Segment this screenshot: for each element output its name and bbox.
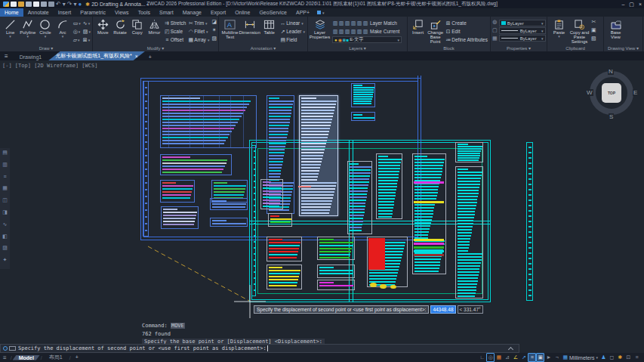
document-tab[interactable]: 光标卡顿测试图纸1_有版权风险*× bbox=[48, 51, 145, 60]
file-tabs-menu-icon[interactable]: ≡ bbox=[0, 53, 13, 60]
region-button[interactable]: ▱▾ bbox=[73, 36, 81, 44]
offset-button[interactable]: ≡Offset bbox=[164, 36, 186, 44]
minimize-button[interactable]: – bbox=[621, 2, 624, 8]
table-button[interactable]: Table bbox=[260, 18, 279, 35]
layer-properties-button[interactable]: Layer Properties bbox=[310, 18, 330, 39]
linear-button[interactable]: ↔Linear▾ bbox=[279, 19, 305, 27]
undo-icon[interactable]: ↶ bbox=[56, 2, 61, 7]
ortho-icon[interactable]: ⊿ bbox=[503, 354, 511, 361]
compass-e[interactable]: E bbox=[633, 89, 638, 96]
palette-tool-icon[interactable]: ▥ bbox=[2, 162, 8, 174]
fillet-button[interactable]: ◠Fillet▾ bbox=[187, 27, 209, 36]
brush-icon[interactable]: ▨ bbox=[211, 36, 217, 44]
viewport-controls[interactable]: [-] [Top] [2D Wireframe] [WCS] bbox=[2, 63, 97, 69]
paste-button[interactable]: Paste▾ bbox=[549, 18, 569, 38]
layer-state-icon[interactable]: ▥ bbox=[350, 29, 356, 35]
tool-palette-strip[interactable]: ▤▥≡▦◫◨∿◧▨✦ bbox=[0, 148, 10, 269]
layer-state-icon[interactable]: ▥ bbox=[362, 20, 368, 26]
tab-parametric[interactable]: Parametric bbox=[75, 8, 110, 17]
redo-icon[interactable]: ↷ bbox=[67, 2, 72, 7]
esnap-icon[interactable]: ▣ bbox=[536, 353, 544, 362]
erase-icon[interactable]: ◪ bbox=[211, 19, 217, 27]
tab-annotate[interactable]: Annotate bbox=[23, 8, 54, 17]
layer-thaw-icon[interactable]: ◉ bbox=[338, 37, 342, 42]
layer-state-icon[interactable]: ▥ bbox=[344, 29, 350, 35]
tab-app+[interactable]: APP+ bbox=[291, 8, 314, 17]
cursor-icon[interactable]: ► bbox=[544, 354, 553, 361]
polar-icon[interactable]: ∠ bbox=[511, 354, 519, 361]
save-icon[interactable] bbox=[26, 2, 32, 7]
create-button[interactable]: ⊞Create bbox=[445, 19, 488, 27]
brush2-icon[interactable]: ▧ bbox=[591, 36, 596, 44]
base-view-button[interactable]: Base View bbox=[605, 18, 626, 39]
layout-tab-model[interactable]: Model bbox=[13, 355, 40, 360]
lineweight-dropdown[interactable]: ByLayer▾ bbox=[499, 35, 546, 42]
layer-on-icon[interactable]: ● bbox=[334, 38, 337, 42]
revision-cloud-button[interactable]: ∿▾ bbox=[83, 19, 91, 27]
palette-tool-icon[interactable]: ≡ bbox=[3, 174, 6, 186]
command-cycle-icon[interactable] bbox=[3, 346, 8, 351]
layer-state-icon[interactable]: ▥ bbox=[338, 29, 344, 35]
drawing-canvas[interactable]: [-] [Top] [2D Wireframe] [WCS] ▤▥≡▦◫◨∿◧▨… bbox=[0, 60, 644, 345]
tab-manage[interactable]: Manage bbox=[178, 8, 206, 17]
redo-arrow-icon[interactable]: ▾ bbox=[73, 2, 76, 7]
layer-dropdown[interactable]: ●◉◙■E-文字▾ bbox=[332, 36, 402, 43]
layer-state-icon[interactable]: ▥ bbox=[356, 29, 362, 35]
palette-tool-icon[interactable]: ∿ bbox=[3, 221, 8, 234]
settings-gear-icon[interactable]: ✱ bbox=[616, 354, 624, 361]
layer-state-icon[interactable]: ▥ bbox=[332, 29, 338, 35]
change-base-point-button[interactable]: Change Base Point bbox=[427, 18, 444, 44]
dimension-button[interactable]: Dimension bbox=[239, 18, 260, 35]
field-button[interactable]: ▤Field bbox=[279, 36, 305, 44]
palette-tool-icon[interactable]: ▤ bbox=[2, 150, 8, 162]
command-expand-chevron-icon[interactable] bbox=[508, 347, 513, 352]
mirror-button[interactable]: Mirror bbox=[146, 18, 163, 35]
palette-tool-icon[interactable]: ◫ bbox=[2, 197, 8, 209]
new-drawing-tab-button[interactable]: + bbox=[145, 54, 156, 60]
panel-label[interactable]: Drawing View ▾ bbox=[604, 45, 642, 51]
panel-label[interactable]: Block bbox=[408, 46, 490, 51]
record-icon[interactable]: ● bbox=[78, 2, 82, 7]
panel-label[interactable]: Layers ▾ bbox=[308, 45, 407, 51]
maximize-button[interactable]: ▢ bbox=[629, 2, 634, 8]
document-tab[interactable]: Drawing1 bbox=[13, 54, 49, 60]
cut-icon[interactable]: ✂ bbox=[591, 19, 596, 27]
dynamic-input-value[interactable]: 44348.48 bbox=[430, 305, 455, 314]
panel-label[interactable]: Modify ▾ bbox=[93, 45, 218, 51]
edit-button[interactable]: ⊡Edit bbox=[445, 27, 488, 36]
panel-label[interactable]: Properties ▾ bbox=[491, 45, 547, 51]
tab-geoservice[interactable]: GeoService bbox=[254, 8, 291, 17]
boundary-button[interactable]: ⊠▾ bbox=[83, 36, 91, 44]
layout-tab-layout1[interactable]: 布局1 bbox=[43, 354, 69, 361]
tab-insert[interactable]: Insert bbox=[54, 8, 76, 17]
command-input-bar[interactable]: Specify the displacement of second point… bbox=[0, 344, 519, 353]
new-icon[interactable] bbox=[11, 2, 17, 7]
trim-button[interactable]: ✂Trim▾ bbox=[187, 19, 209, 27]
rotate-button[interactable]: Rotate bbox=[112, 18, 129, 35]
stretch-button[interactable]: ⇉Stretch bbox=[164, 19, 186, 27]
layer-state-icon[interactable]: ▥ bbox=[332, 20, 338, 26]
user-icon[interactable]: ♟ bbox=[599, 354, 608, 361]
move-button[interactable]: Move bbox=[94, 18, 112, 35]
linetype-dropdown[interactable]: ByLayer▾ bbox=[499, 27, 546, 34]
compass-top-button[interactable]: TOP bbox=[602, 83, 621, 103]
leader-button[interactable]: ↗Leader▾ bbox=[279, 27, 305, 36]
layer-state-icon[interactable]: ▥ bbox=[344, 20, 350, 26]
ribbon-tool-dropdown[interactable]: ▾ bbox=[317, 8, 325, 17]
panel-label[interactable]: Annotation ▾ bbox=[219, 45, 307, 51]
layer-state-icon[interactable]: ▥ bbox=[356, 20, 362, 26]
tab-online[interactable]: Online bbox=[230, 8, 254, 17]
define-attributes-button[interactable]: ≔Define Attributes bbox=[445, 36, 488, 44]
copy-and-paste-settings-button[interactable]: Copy and Paste Settings bbox=[569, 18, 590, 44]
circle-button[interactable]: Circle▾ bbox=[36, 18, 54, 38]
menu-list-icon[interactable]: ≡ bbox=[633, 354, 641, 361]
fullscreen-icon[interactable]: ⊡ bbox=[624, 354, 633, 361]
array-button[interactable]: ▦Array▾ bbox=[187, 36, 209, 44]
palette-tool-icon[interactable]: ▦ bbox=[2, 185, 8, 197]
annotation-monitor-icon[interactable]: ◻ bbox=[608, 354, 616, 361]
tab-views[interactable]: Views bbox=[110, 8, 134, 17]
layer-state-icon[interactable]: ▥ bbox=[338, 20, 344, 26]
palette-tool-icon[interactable]: ◧ bbox=[2, 234, 8, 246]
tab-export[interactable]: Export bbox=[206, 8, 230, 17]
layer-state-icon[interactable]: ▥ bbox=[362, 29, 368, 35]
